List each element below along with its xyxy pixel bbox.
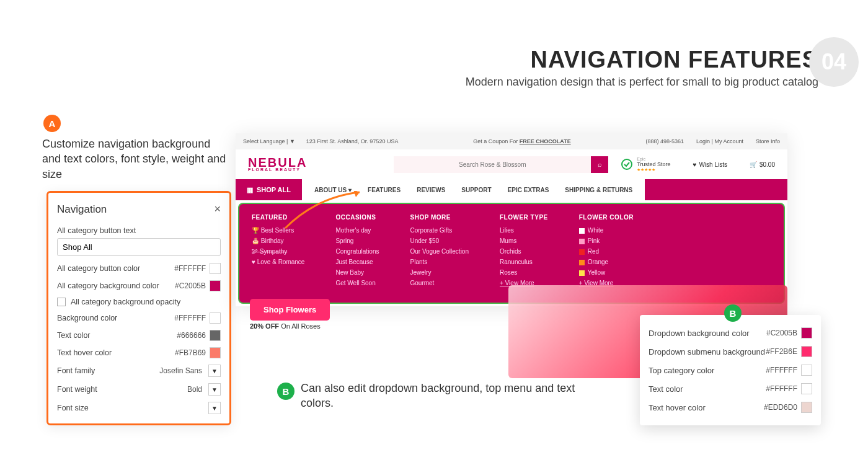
mega-link[interactable]: Under $50 <box>410 237 469 244</box>
mega-link[interactable]: Pink <box>579 237 634 244</box>
field-label: Text hover color <box>649 403 764 412</box>
field-label: All category background opacity <box>71 298 221 306</box>
mega-link[interactable]: 🕊 Sympathy <box>252 248 304 255</box>
mega-link[interactable]: White <box>579 227 634 234</box>
page-subtitle: Modern navigation design that is perfect… <box>466 76 818 89</box>
mega-link[interactable]: ♥ Love & Romance <box>252 259 304 265</box>
dropdown-button[interactable]: ▼ <box>208 402 221 414</box>
coupon-text: Get a Coupon For <box>473 138 520 144</box>
top-bar: Select Language | ▼ 123 First St. Ashlan… <box>236 133 787 149</box>
phone: (888) 498-5361 <box>646 138 684 144</box>
field-label: Dropdown background color <box>649 329 766 338</box>
mega-link[interactable]: Yellow <box>579 269 634 276</box>
mega-link[interactable]: New Baby <box>335 269 379 276</box>
color-swatch[interactable] <box>801 327 812 339</box>
field-label: All category button text <box>57 226 221 235</box>
mega-link[interactable]: Just Because <box>335 259 379 265</box>
badge-b: B <box>277 383 294 400</box>
mega-link[interactable]: Gourmet <box>410 280 469 286</box>
logo[interactable]: NEBULAFLORAL BEAUTY <box>248 157 307 172</box>
svg-point-0 <box>622 159 632 169</box>
mega-link[interactable]: Orchids <box>500 248 548 255</box>
color-swatch[interactable] <box>801 346 812 357</box>
mega-link[interactable]: Corporate Gifts <box>410 227 469 234</box>
coupon-link[interactable]: FREE CHOCOLATE <box>520 138 571 144</box>
mega-link[interactable]: Our Vogue Collection <box>410 248 469 255</box>
field-label: Dropdown submenu background <box>649 347 766 356</box>
search-input[interactable] <box>394 156 591 173</box>
color-swatch[interactable] <box>210 312 221 324</box>
nav-item[interactable]: REVIEWS <box>417 187 445 193</box>
field-label: Text hover color <box>57 348 175 357</box>
color-swatch[interactable] <box>210 263 221 274</box>
mega-link[interactable]: Mother's day <box>335 227 379 234</box>
mega-link[interactable]: Plants <box>410 259 469 265</box>
mega-link[interactable]: Congratulations <box>335 248 379 255</box>
section-a-text: Customize navigation background and text… <box>42 136 228 182</box>
color-value: #FFFFFF <box>174 264 206 273</box>
mega-link[interactable]: Red <box>579 248 634 255</box>
cart-link[interactable]: 🛒 $0.00 <box>750 161 775 168</box>
nav-item[interactable]: SUPPORT <box>461 187 491 193</box>
mega-link[interactable]: Get Well Soon <box>335 280 379 286</box>
badge-b: B <box>724 304 742 322</box>
mega-link[interactable]: Jewelry <box>410 269 469 276</box>
field-label: Background color <box>57 314 174 322</box>
navigation-settings-panel: Navigation × All category button text Al… <box>46 191 231 425</box>
category-text-input[interactable] <box>57 238 221 256</box>
field-label: Text color <box>57 331 177 340</box>
shop-all-button[interactable]: ▦SHOP ALL <box>236 179 302 200</box>
language-selector[interactable]: Select Language | ▼ <box>243 138 295 144</box>
field-label: Text color <box>649 384 766 394</box>
nav-item[interactable]: EPIC EXTRAS <box>508 187 549 193</box>
promo-text: 20% OFF On All Roses <box>250 322 321 330</box>
login-link[interactable]: Login | My Account <box>696 138 743 144</box>
mega-link[interactable]: Spring <box>335 237 379 244</box>
mega-heading: FLOWER TYPE <box>500 214 548 221</box>
color-value: #FFFFFF <box>766 384 797 393</box>
color-swatch[interactable] <box>210 280 221 291</box>
panel-title: Navigation <box>57 203 107 216</box>
color-value: #FFFFFF <box>766 366 797 374</box>
color-value: #C2005B <box>766 329 797 337</box>
dropdown-settings-panel: Dropdown background color#C2005B Dropdow… <box>640 315 821 425</box>
dropdown-button[interactable]: ▼ <box>208 365 221 377</box>
color-value: #FF2B6E <box>766 347 797 356</box>
page-title: NAVIGATION FEATURES <box>466 46 818 73</box>
color-value: #FB7B69 <box>175 348 206 357</box>
field-label: Font size <box>57 404 206 412</box>
color-value: #FFFFFF <box>174 314 206 322</box>
wishlist-link[interactable]: ♥ Wish Lists <box>693 161 727 168</box>
color-swatch[interactable] <box>210 347 221 358</box>
color-value: #C2005B <box>175 281 206 290</box>
field-label: Font weight <box>57 385 187 394</box>
preview-window: Select Language | ▼ 123 First St. Ashlan… <box>236 133 787 306</box>
mega-link[interactable]: 🎂 Birthday <box>252 237 304 244</box>
trusted-badge: EpicTrusted Store★★★★★ <box>621 157 670 172</box>
color-swatch[interactable] <box>801 402 812 413</box>
mega-link[interactable]: Lilies <box>500 227 548 234</box>
color-swatch[interactable] <box>801 383 812 394</box>
search-button[interactable]: ⌕ <box>591 156 608 173</box>
nav-item[interactable]: SHIPPING & RETURNS <box>565 187 632 193</box>
store-info-link[interactable]: Store Info <box>756 138 780 144</box>
close-icon[interactable]: × <box>214 203 221 216</box>
mega-link[interactable]: Ranunculus <box>500 259 548 265</box>
color-swatch[interactable] <box>210 330 221 341</box>
mega-heading: FLOWER COLOR <box>579 214 634 221</box>
nav-item[interactable]: ABOUT US ▾ <box>314 187 352 193</box>
main-nav: ABOUT US ▾ FEATURES REVIEWS SUPPORT EPIC… <box>302 179 645 200</box>
field-label: All category background color <box>57 281 175 290</box>
mega-link[interactable]: Roses <box>500 269 548 276</box>
color-swatch[interactable] <box>801 365 812 376</box>
color-value: #EDD6D0 <box>764 403 797 412</box>
dropdown-button[interactable]: ▼ <box>208 383 221 396</box>
mega-link[interactable]: Mums <box>500 237 548 244</box>
section-number: 04 <box>809 37 859 87</box>
opacity-checkbox[interactable] <box>57 298 66 306</box>
mega-link[interactable]: 🏆 Best Sellers <box>252 227 304 234</box>
mega-link[interactable]: Orange <box>579 259 634 265</box>
field-label: Font family <box>57 366 159 375</box>
nav-item[interactable]: FEATURES <box>368 187 401 193</box>
shop-flowers-button[interactable]: Shop Flowers <box>250 299 330 321</box>
